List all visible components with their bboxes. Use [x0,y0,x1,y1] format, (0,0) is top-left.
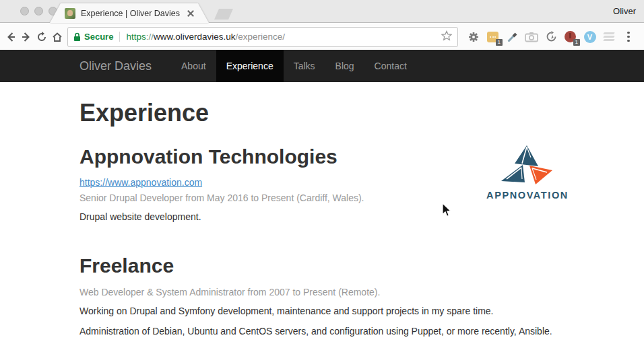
appnovation-logo: APPNOVATION [486,144,569,201]
security-indicator[interactable]: Secure [73,32,120,42]
tab-strip: Experience | Oliver Davies Oliver [0,0,644,23]
nav-item-blog[interactable]: Blog [325,50,364,82]
forward-button[interactable] [18,29,34,45]
job-description: Administration of Debian, Ubuntu and Cen… [79,324,565,338]
url-host: www.oliverdavies.uk [154,32,236,42]
company-link[interactable]: https://www.appnovation.com [79,177,202,188]
bookmark-star-icon[interactable] [441,30,452,44]
job-description: Drupal website development. [79,210,565,223]
url-text: https://www.oliverdavies.uk/experience/ [126,32,441,42]
job-description: Working on Drupal and Symfony developmen… [79,304,565,318]
nav-item-talks[interactable]: Talks [284,50,325,82]
url-separator: :// [146,32,154,42]
yellow-extension-icon[interactable]: 1 [486,30,501,44]
navbar-brand[interactable]: Oliver Davies [79,50,162,82]
site-nav-links: About Experience Talks Blog Contact [171,50,417,82]
close-window-button[interactable] [20,7,29,15]
browser-menu-icon[interactable] [621,30,636,44]
sync-icon[interactable] [544,30,558,44]
browser-window: Experience | Oliver Davies Oliver [0,0,644,352]
tab-title: Experience | Oliver Davies [81,9,182,18]
minimize-window-button[interactable] [34,7,43,15]
url-path: /experience/ [235,32,285,42]
home-button[interactable] [49,29,65,45]
browser-tab[interactable]: Experience | Oliver Davies [50,3,209,23]
appnovation-wordmark: APPNOVATION [486,190,569,201]
browser-toolbar: Secure https://www.oliverdavies.uk/exper… [0,24,644,50]
gear-icon[interactable] [466,30,481,44]
blue-v-extension-glyph: V [584,31,596,43]
back-button[interactable] [3,29,18,45]
security-label: Secure [84,32,113,42]
page-content: Experience Appnovation Technologies http… [0,82,644,352]
reload-button[interactable] [34,29,49,45]
layers-icon[interactable] [602,30,616,44]
browser-profile-name: Oliver [613,6,636,16]
nav-item-contact[interactable]: Contact [364,50,417,82]
job-role-summary: Web Developer & System Administrator fro… [79,285,565,299]
extensions-area: 1 1 V [458,30,644,44]
address-bar[interactable]: Secure https://www.oliverdavies.uk/exper… [67,27,458,47]
job-heading: Freelance [79,254,565,277]
blue-v-extension-icon[interactable]: V [583,30,598,44]
extension-badge: 1 [496,39,503,46]
camera-icon[interactable] [524,30,539,44]
tab-favicon [65,8,75,19]
job-section-appnovation: Appnovation Technologies https://www.app… [79,145,565,223]
extension-badge: 1 [573,39,580,46]
tab-close-icon[interactable] [187,10,194,17]
nav-item-about[interactable]: About [171,50,216,82]
lock-icon [73,32,81,42]
navigation-buttons [0,29,65,45]
page-title: Experience [79,100,565,127]
new-tab-button[interactable] [214,9,233,20]
eyedropper-icon[interactable] [505,30,520,44]
red-extension-icon[interactable]: 1 [563,30,578,44]
site-navbar: Oliver Davies About Experience Talks Blo… [0,50,644,82]
nav-item-experience[interactable]: Experience [216,50,284,82]
url-scheme: https [126,32,146,42]
job-section-freelance: Freelance Web Developer & System Adminis… [79,254,565,338]
appnovation-logo-triangles [490,144,565,186]
